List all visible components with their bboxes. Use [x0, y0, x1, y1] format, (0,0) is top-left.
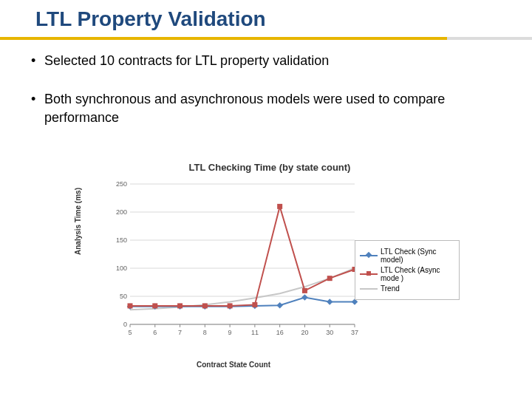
svg-rect-48: [252, 302, 257, 307]
bullet-list: Selected 10 contracts for LTL property v…: [27, 52, 510, 147]
legend-swatch-async: [360, 270, 378, 278]
svg-text:16: 16: [276, 329, 284, 336]
chart-title: LTL Checking Time (by state count): [74, 162, 466, 173]
svg-text:6: 6: [153, 329, 157, 336]
legend: LTL Check (Sync model) LTL Check (Async …: [355, 240, 460, 300]
legend-swatch-sync: [360, 252, 378, 259]
legend-swatch-trend: [360, 285, 378, 293]
legend-item-async: LTL Check (Async mode ): [360, 266, 454, 282]
chart-container: LTL Checking Time (by state count) Analy…: [74, 159, 466, 373]
title-underline: [0, 37, 447, 40]
svg-text:20: 20: [301, 329, 308, 336]
svg-text:7: 7: [178, 329, 182, 336]
legend-label: LTL Check (Async mode ): [381, 266, 454, 282]
y-axis-label: Analysis Time (ms): [74, 188, 82, 255]
svg-rect-39: [276, 302, 282, 308]
bullet-item: Both synchronous and asynchronous models…: [27, 90, 510, 126]
title-underline-tail: [447, 37, 532, 40]
svg-text:250: 250: [116, 180, 127, 188]
legend-item-sync: LTL Check (Sync model): [360, 248, 454, 264]
legend-item-trend: Trend: [360, 284, 454, 293]
svg-text:8: 8: [203, 329, 207, 336]
svg-text:150: 150: [116, 236, 127, 244]
svg-rect-47: [228, 303, 233, 308]
svg-text:200: 200: [116, 208, 127, 216]
plot-area: 050100150200250567891116203037: [108, 180, 359, 342]
svg-rect-49: [277, 204, 282, 209]
legend-label: Trend: [381, 284, 400, 293]
svg-text:11: 11: [251, 329, 259, 336]
slide: LTL Property Validation Selected 10 cont…: [0, 0, 532, 399]
svg-text:9: 9: [228, 329, 232, 336]
legend-label: LTL Check (Sync model): [381, 248, 454, 264]
svg-text:37: 37: [351, 329, 358, 336]
svg-rect-44: [152, 303, 157, 308]
svg-rect-41: [327, 299, 332, 304]
chart-svg: 050100150200250567891116203037: [108, 180, 359, 342]
svg-rect-51: [327, 276, 332, 281]
svg-text:30: 30: [326, 329, 333, 336]
svg-text:0: 0: [123, 321, 127, 328]
page-title: LTL Property Validation: [35, 7, 266, 31]
svg-rect-45: [177, 303, 183, 308]
svg-text:100: 100: [116, 265, 127, 272]
svg-text:50: 50: [120, 293, 127, 300]
svg-rect-46: [202, 303, 208, 308]
bullet-item: Selected 10 contracts for LTL property v…: [27, 52, 510, 69]
x-axis-label: Contract State Count: [108, 361, 359, 369]
svg-rect-50: [302, 288, 307, 293]
svg-text:5: 5: [128, 329, 132, 336]
svg-rect-40: [301, 294, 307, 300]
svg-rect-43: [128, 303, 133, 308]
